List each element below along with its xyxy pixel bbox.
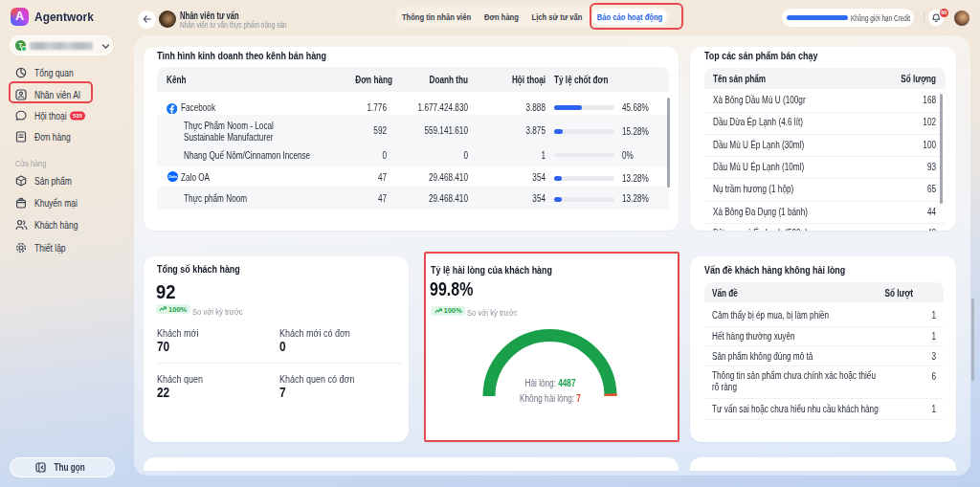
svg-text:Zalo: Zalo [167,175,176,180]
